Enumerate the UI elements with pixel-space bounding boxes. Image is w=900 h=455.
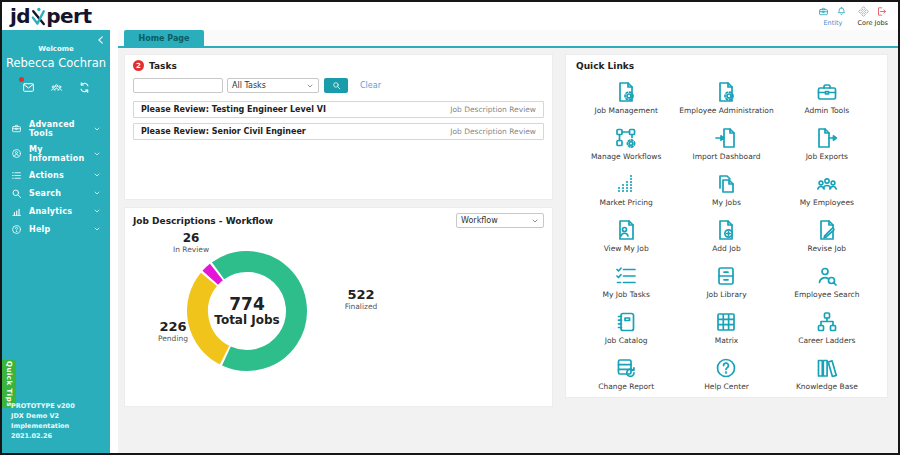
quicklink-help-center[interactable]: Help Center bbox=[676, 350, 776, 396]
person-circle-icon bbox=[11, 148, 22, 159]
document-gear-icon bbox=[714, 80, 738, 104]
tasks-search-button[interactable] bbox=[324, 78, 348, 93]
document-arrow-in-icon bbox=[714, 126, 738, 150]
workflow-gear-icon bbox=[614, 126, 638, 150]
chevron-down-icon bbox=[93, 189, 101, 197]
bell-icon[interactable] bbox=[836, 6, 847, 17]
quick-links-panel: Quick Links Job Management Employee Admi… bbox=[565, 54, 888, 398]
chevron-down-icon bbox=[531, 217, 539, 225]
messages-button[interactable] bbox=[22, 79, 35, 92]
quicklink-manage-workflows[interactable]: Manage Workflows bbox=[576, 120, 676, 166]
quicklink-career-ladders[interactable]: Career Ladders bbox=[777, 304, 877, 350]
question-circle-icon bbox=[11, 224, 22, 235]
quicklink-revise-job[interactable]: Revise Job bbox=[777, 212, 877, 258]
task-list-icon bbox=[11, 170, 22, 181]
quicklink-matrix[interactable]: Matrix bbox=[676, 304, 776, 350]
refresh-button[interactable] bbox=[78, 79, 91, 92]
mail-icon bbox=[22, 81, 35, 94]
user-name: Rebecca Cochran bbox=[2, 56, 110, 70]
workflow-donut bbox=[177, 241, 317, 381]
left-column: 2 Tasks All Tasks Clear bbox=[124, 54, 553, 407]
sidebar-collapse-button[interactable] bbox=[95, 33, 107, 45]
sidebar-item-actions[interactable]: Actions bbox=[2, 166, 110, 184]
sidebar-item-search[interactable]: Search bbox=[2, 184, 110, 202]
briefcase-icon bbox=[815, 80, 839, 104]
donut-label-pending: 226 Pending bbox=[141, 320, 205, 343]
logo-text-jd: jd bbox=[10, 6, 30, 26]
quicklink-job-library[interactable]: Job Library bbox=[676, 258, 776, 304]
sidebar-item-advanced-tools[interactable]: Advanced Tools bbox=[2, 116, 110, 141]
dot-chart-icon bbox=[614, 172, 638, 196]
quicklink-employee-administration[interactable]: Employee Administration bbox=[676, 74, 776, 120]
person-search-icon bbox=[815, 264, 839, 288]
task-row[interactable]: Please Review: Senior Civil Engineer Job… bbox=[133, 123, 544, 140]
quicklink-view-my-job[interactable]: View My Job bbox=[576, 212, 676, 258]
quicklink-admin-tools[interactable]: Admin Tools bbox=[777, 74, 877, 120]
briefcase-icon bbox=[11, 123, 22, 134]
entity-nav-group: Entity bbox=[818, 6, 847, 27]
content: 2 Tasks All Tasks Clear bbox=[118, 50, 898, 453]
org-chart-icon bbox=[815, 310, 839, 334]
sidebar: Welcome Rebecca Cochran Advanced Tools bbox=[2, 30, 110, 453]
quicklink-job-catalog[interactable]: Job Catalog bbox=[576, 304, 676, 350]
tasks-clear-link[interactable]: Clear bbox=[360, 81, 381, 90]
bar-chart-icon bbox=[11, 206, 22, 217]
version-info: PROTOTYPE v200 JDX Demo V2 Implementatio… bbox=[11, 401, 110, 441]
tasks-filter-select[interactable]: All Tasks bbox=[227, 78, 319, 93]
task-list: Please Review: Testing Engineer Level VI… bbox=[133, 101, 544, 140]
magnifier-icon bbox=[332, 81, 341, 90]
quicklink-job-management[interactable]: Job Management bbox=[576, 74, 676, 120]
quicklink-my-employees[interactable]: My Employees bbox=[777, 166, 877, 212]
sidebar-item-my-information[interactable]: My Information bbox=[2, 141, 110, 166]
sign-out-icon[interactable] bbox=[876, 6, 887, 17]
tasks-header: 2 Tasks bbox=[133, 60, 544, 71]
donut-segment-pending bbox=[198, 279, 225, 355]
chevron-left-icon bbox=[96, 35, 106, 45]
briefcase-icon[interactable] bbox=[818, 6, 829, 17]
donut-label-finalized: 522 Finalized bbox=[329, 288, 393, 311]
quicklink-market-pricing[interactable]: Market Pricing bbox=[576, 166, 676, 212]
quicklink-employee-search[interactable]: Employee Search bbox=[777, 258, 877, 304]
people-group-icon bbox=[815, 172, 839, 196]
document-pencil-icon bbox=[815, 218, 839, 242]
core-jobs-label[interactable]: Core Jobs bbox=[857, 19, 888, 27]
quicklink-add-job[interactable]: Add Job bbox=[676, 212, 776, 258]
quicklink-my-jobs[interactable]: My Jobs bbox=[676, 166, 776, 212]
quicklink-my-job-tasks[interactable]: My Job Tasks bbox=[576, 258, 676, 304]
sidebar-item-analytics[interactable]: Analytics bbox=[2, 202, 110, 220]
quick-links-grid: Job Management Employee Administration A… bbox=[576, 74, 877, 396]
sidebar-menu: Advanced Tools My Information Actions Se… bbox=[2, 116, 110, 238]
modules-icon[interactable] bbox=[858, 6, 869, 17]
notification-dot bbox=[19, 77, 24, 82]
checklist-icon bbox=[614, 264, 638, 288]
delegates-button[interactable] bbox=[50, 79, 63, 92]
workflow-chart: 774 Total Jobs 26 In Review 226 Pending bbox=[133, 228, 544, 404]
tasks-search-row: All Tasks Clear bbox=[133, 78, 544, 93]
documents-stack-icon bbox=[714, 172, 738, 196]
quicklink-knowledge-base[interactable]: Knowledge Base bbox=[777, 350, 877, 396]
core-jobs-nav-group: Core Jobs bbox=[857, 6, 888, 27]
right-column: Quick Links Job Management Employee Admi… bbox=[565, 54, 888, 398]
quicklink-change-report[interactable]: Change Report bbox=[576, 350, 676, 396]
quicklink-import-dashboard[interactable]: Import Dashboard bbox=[676, 120, 776, 166]
task-row[interactable]: Please Review: Testing Engineer Level VI… bbox=[133, 101, 544, 118]
workflow-filter-select[interactable]: Workflow bbox=[456, 213, 544, 228]
entity-label[interactable]: Entity bbox=[823, 19, 842, 27]
tab-home-page[interactable]: Home Page bbox=[124, 30, 204, 46]
sidebar-item-help[interactable]: Help bbox=[2, 220, 110, 238]
chevron-down-icon bbox=[93, 225, 101, 233]
chevron-down-icon bbox=[93, 207, 101, 215]
app-window: jd pert Entity Core Jobs bbox=[0, 0, 900, 455]
donut-segment-in-review bbox=[210, 272, 216, 278]
jdxpert-logo: jd pert bbox=[10, 6, 91, 26]
workflow-header: Job Descriptions - Workflow Workflow bbox=[133, 213, 544, 228]
logo-x-mark-icon bbox=[31, 7, 46, 26]
quicklink-job-exports[interactable]: Job Exports bbox=[777, 120, 877, 166]
user-action-icons bbox=[2, 79, 110, 92]
tasks-search-input[interactable] bbox=[133, 78, 223, 93]
logo-text-pert: pert bbox=[46, 6, 91, 26]
tab-strip: Home Page bbox=[118, 30, 898, 48]
chevron-down-icon bbox=[93, 150, 101, 158]
tasks-panel: 2 Tasks All Tasks Clear bbox=[124, 54, 553, 200]
magnifier-icon bbox=[11, 188, 22, 199]
